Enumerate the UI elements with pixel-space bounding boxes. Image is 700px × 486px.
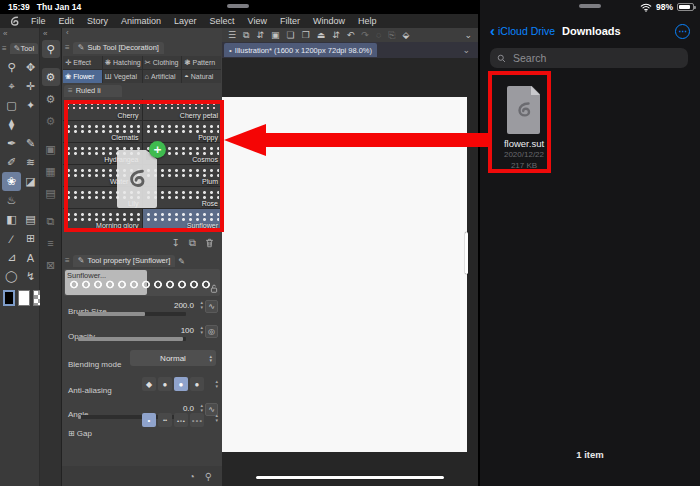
vertical-scrollbar[interactable] xyxy=(465,232,468,274)
gap-wide-button[interactable]: •∘• xyxy=(174,413,188,427)
expand-icon[interactable]: ⊞ xyxy=(68,429,75,438)
search-bar[interactable] xyxy=(490,48,688,68)
redo-icon[interactable]: ↷ xyxy=(361,30,369,40)
menu-view[interactable]: View xyxy=(248,16,267,26)
menu-window[interactable]: Window xyxy=(313,16,345,26)
opacity-option-button[interactable]: ◎ xyxy=(205,325,218,338)
collapse-commandbar-icon[interactable]: ⌄ xyxy=(464,30,472,40)
tab-pattern[interactable]: ❃Pattern xyxy=(182,56,221,69)
workspace-icon[interactable]: ⧉ xyxy=(243,30,249,41)
csp-drag-handle[interactable] xyxy=(227,4,249,8)
aa-middle-button[interactable]: ● xyxy=(174,377,188,391)
tool-blend[interactable]: ♨ xyxy=(2,191,21,210)
tool-brush[interactable]: ✐ xyxy=(2,153,21,172)
dock-layer-property-icon[interactable]: ⧉ xyxy=(42,212,60,230)
tab-vegetal[interactable]: ШVegetal xyxy=(103,70,142,83)
collapse-left-icon[interactable]: « xyxy=(3,30,7,38)
tool-gradient[interactable]: ▤ xyxy=(21,210,40,229)
subtool-menu-icon[interactable]: ≡ xyxy=(65,44,70,52)
aa-none-button[interactable]: ◆ xyxy=(142,377,156,391)
blending-mode-select[interactable]: Normal ▴▾ xyxy=(130,350,216,366)
tab-tool[interactable]: ✎Tool xyxy=(10,43,38,54)
search-input[interactable] xyxy=(511,51,671,65)
tool-property-menu-icon[interactable]: ≡ xyxy=(65,257,70,265)
dock-brush-shape-icon[interactable]: ▦ xyxy=(42,162,60,180)
new-canvas-icon[interactable]: ❏ xyxy=(287,30,295,40)
dock-subtool-icon[interactable]: ⚙ xyxy=(42,68,60,86)
detail-settings-icon[interactable]: ⚲ xyxy=(205,471,212,482)
menu-story[interactable]: Story xyxy=(87,16,108,26)
dock-navigator-icon[interactable]: ⚲ xyxy=(42,40,60,58)
tab-hatching[interactable]: ❋Hatching xyxy=(103,56,142,69)
angle-stepper[interactable]: ▴▾ xyxy=(200,403,203,413)
dock-tool-property-icon[interactable]: ▣ xyxy=(42,140,60,158)
document-tab[interactable]: • Illustration* (1600 x 1200px 72dpi 98.… xyxy=(224,43,377,57)
tool-airbrush[interactable]: ≋ xyxy=(21,153,40,172)
main-menu-icon[interactable]: ☰ xyxy=(228,30,236,40)
tool-zoom[interactable]: ⚲ xyxy=(2,58,21,77)
gap-stepper[interactable]: ▴▾ xyxy=(215,413,218,423)
duplicate-subtool-icon[interactable]: ⧉ xyxy=(189,237,196,249)
tool-auto-select[interactable]: ✦ xyxy=(21,96,40,115)
gap-narrow-button[interactable]: • xyxy=(142,413,156,427)
tab-subtool-decoration[interactable]: ✎ Sub Tool [Decoration] xyxy=(73,42,164,54)
palette-menu-icon[interactable]: ≡ xyxy=(2,45,7,53)
tool-polyline[interactable]: ⊿ xyxy=(2,248,21,267)
tool-correct-line[interactable]: ↯ xyxy=(21,267,40,286)
tab-flower[interactable]: ❀Flower xyxy=(63,70,102,83)
dock-subtool2-icon[interactable]: ⚙ xyxy=(42,90,60,108)
edit-subtool-icon[interactable]: ✎ xyxy=(178,257,185,266)
dock-layers-icon[interactable]: ≡ xyxy=(42,234,60,252)
snap-special-ruler-icon[interactable]: ⬙ xyxy=(402,30,409,40)
aa-strong-button[interactable]: ● xyxy=(190,377,204,391)
menu-help[interactable]: Help xyxy=(358,16,377,26)
tool-eraser[interactable]: ◪ xyxy=(21,172,40,191)
tool-text[interactable]: A xyxy=(21,248,40,267)
brush-size-value[interactable]: 200.0 xyxy=(174,301,194,310)
tab-list-chevron-icon[interactable]: ⌄ xyxy=(462,45,470,55)
tool-hand[interactable]: ✥ xyxy=(21,58,40,77)
dock-subtool3-icon[interactable]: ⚙ xyxy=(42,112,60,130)
collapse-subtool-icon[interactable]: ‹ xyxy=(66,29,69,37)
tool-eyedropper[interactable]: ⧫ xyxy=(2,115,21,134)
menu-edit[interactable]: Edit xyxy=(59,16,75,26)
menu-select[interactable]: Select xyxy=(210,16,235,26)
tool-frame-border[interactable]: ⊞ xyxy=(21,229,40,248)
undo-icon[interactable]: ↶ xyxy=(347,30,355,40)
open-file-icon[interactable]: ❐ xyxy=(302,30,310,40)
tab-ruled-line[interactable]: ≡ Ruled li xyxy=(64,85,122,97)
opacity-slider[interactable] xyxy=(78,337,186,341)
tool-fill[interactable]: ◧ xyxy=(2,210,21,229)
brush-size-pressure-button[interactable]: ∿ xyxy=(205,300,218,313)
tab-natural[interactable]: ◓Natural xyxy=(182,70,221,83)
horizontal-scrollbar[interactable] xyxy=(256,476,444,479)
brush-size-stepper[interactable]: ▴▾ xyxy=(200,300,203,310)
tool-decoration[interactable]: ❀ xyxy=(2,172,21,191)
trash-icon[interactable] xyxy=(205,238,214,248)
tab-tool-property[interactable]: ✎ Tool property [Sunflower] xyxy=(73,255,176,267)
dock-material-icon[interactable]: ⊠ xyxy=(42,256,60,274)
reset-history-icon[interactable]: ◔ xyxy=(189,471,195,482)
back-button[interactable]: ‹ iCloud Drive xyxy=(490,25,555,37)
tool-balloon[interactable]: ◯ xyxy=(2,267,21,286)
menu-filter[interactable]: Filter xyxy=(280,16,300,26)
tool-figure[interactable]: ∕ xyxy=(2,229,21,248)
brush-size-slider[interactable] xyxy=(78,312,186,316)
gap-widest-button[interactable]: ∘∘∘ xyxy=(190,413,204,427)
export-icon[interactable]: ⏏ xyxy=(317,30,326,40)
camera-icon[interactable]: ▣ xyxy=(271,30,280,40)
opacity-stepper[interactable]: ▴▾ xyxy=(200,325,203,335)
gap-medium-button[interactable]: •• xyxy=(158,413,172,427)
tab-clothing[interactable]: ✂Clothing xyxy=(143,56,182,69)
files-drag-handle[interactable] xyxy=(579,4,601,8)
tool-pen[interactable]: ✒ xyxy=(2,134,21,153)
menu-file[interactable]: File xyxy=(31,16,46,26)
opacity-value[interactable]: 100 xyxy=(181,326,194,335)
import-subtool-icon[interactable]: ↧ xyxy=(171,237,179,248)
dock-color-set-icon[interactable]: ▤ xyxy=(42,184,60,202)
snap-ruler-icon[interactable]: ⎘ xyxy=(388,30,395,41)
tool-marquee[interactable]: ▢ xyxy=(2,96,21,115)
more-options-button[interactable]: ⋯ xyxy=(675,24,690,39)
view-stepper-icon[interactable]: ⇵ xyxy=(332,30,340,40)
unlock-icon[interactable] xyxy=(210,284,218,293)
